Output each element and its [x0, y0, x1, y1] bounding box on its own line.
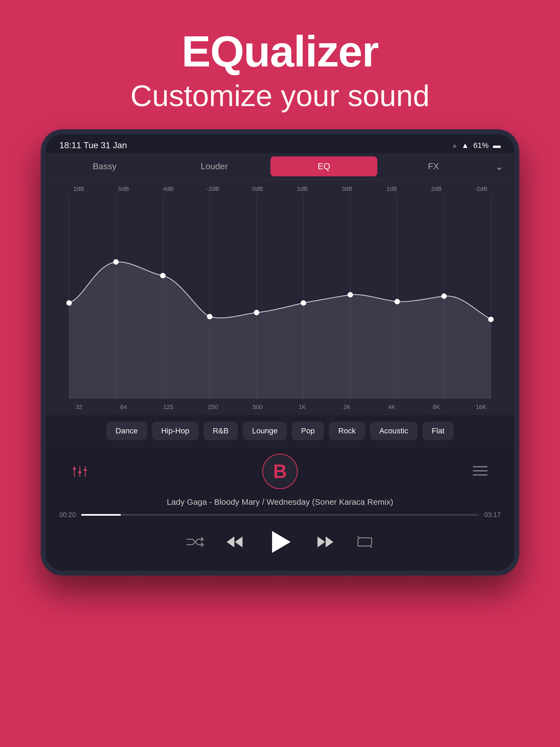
preset-flat[interactable]: Flat	[423, 422, 454, 440]
db-label-3: -2dB	[202, 185, 224, 192]
eq-point-6[interactable]	[348, 292, 353, 298]
time-total: 03:17	[484, 511, 501, 519]
play-button[interactable]	[265, 527, 295, 557]
tab-eq[interactable]: EQ	[271, 156, 377, 176]
battery-label: 61%	[473, 141, 489, 150]
player-logo-letter: B	[273, 460, 287, 482]
db-label-2: 4dB	[157, 185, 179, 192]
eq-curve-svg	[46, 180, 514, 415]
rewind-button[interactable]	[224, 534, 246, 550]
preset-dance[interactable]: Dance	[106, 422, 147, 440]
freq-label-7: 4K	[381, 404, 403, 411]
svg-marker-20	[235, 537, 243, 547]
svg-rect-11	[73, 468, 76, 470]
chevron-down-icon[interactable]: ⌄	[490, 158, 509, 175]
freq-label-0: 32	[68, 404, 90, 411]
eq-visualizer: 2dB 5dB 4dB -2dB 0dB 1dB 3dB 1dB 2dB -2d…	[46, 180, 514, 415]
eq-point-2[interactable]	[160, 273, 166, 278]
eq-point-9[interactable]	[488, 317, 493, 322]
device-screen: 18:11 Tue 31 Jan ⬦ ▲ 61% ▬ Bassy Louder …	[46, 134, 514, 571]
player-bar: B Lady Gaga - Bloody Mary / Wednesday (S…	[46, 447, 514, 571]
db-label-1: 5dB	[113, 185, 134, 192]
status-icons: ⬦ ▲ 61% ▬	[452, 141, 501, 150]
svg-marker-21	[317, 537, 325, 547]
freq-label-4: 500	[247, 404, 269, 411]
freq-label-1: 64	[113, 404, 134, 411]
header-section: EQualizer Customize your sound	[130, 0, 430, 113]
transport-controls	[46, 524, 514, 571]
preset-bar: Dance Hip-Hop R&B Lounge Pop Rock Acoust…	[46, 415, 514, 447]
svg-marker-22	[326, 537, 333, 547]
device-frame: 18:11 Tue 31 Jan ⬦ ▲ 61% ▬ Bassy Louder …	[41, 129, 519, 575]
preset-hiphop[interactable]: Hip-Hop	[152, 422, 199, 440]
db-label-8: 2dB	[426, 185, 447, 192]
fastforward-button[interactable]	[314, 534, 336, 550]
player-controls-row: B	[46, 454, 514, 495]
freq-label-9: 16K	[470, 404, 492, 411]
svg-marker-19	[227, 537, 234, 547]
status-bar: 18:11 Tue 31 Jan ⬦ ▲ 61% ▬	[46, 134, 514, 153]
freq-label-8: 8K	[426, 404, 447, 411]
eq-point-8[interactable]	[441, 293, 447, 299]
eq-point-0[interactable]	[67, 300, 72, 306]
eq-point-4[interactable]	[254, 310, 259, 315]
eq-point-5[interactable]	[301, 300, 306, 306]
progress-bar-fill	[81, 514, 121, 516]
menu-icon[interactable]	[468, 460, 492, 483]
db-label-0: 2dB	[68, 185, 90, 192]
time-current: 00:20	[59, 511, 76, 519]
eq-point-3[interactable]	[207, 314, 212, 319]
shuffle-button[interactable]	[186, 534, 205, 550]
tab-fx[interactable]: FX	[380, 156, 487, 176]
wifi-icon: ⬦	[452, 141, 457, 150]
db-label-7: 1dB	[381, 185, 403, 192]
freq-label-5: 1K	[291, 404, 313, 411]
progress-bar[interactable]	[81, 514, 479, 516]
svg-rect-15	[84, 469, 87, 471]
eq-sliders-icon[interactable]	[68, 460, 92, 482]
preset-lounge[interactable]: Lounge	[243, 422, 287, 440]
preset-rock[interactable]: Rock	[329, 422, 365, 440]
player-logo[interactable]: B	[262, 454, 298, 489]
db-label-5: 1dB	[291, 185, 313, 192]
app-title: EQualizer	[182, 27, 378, 75]
track-name: Lady Gaga - Bloody Mary / Wednesday (Son…	[167, 497, 393, 506]
db-label-6: 3dB	[336, 185, 358, 192]
preset-rnb[interactable]: R&B	[203, 422, 238, 440]
status-time: 18:11 Tue 31 Jan	[59, 140, 127, 150]
freq-label-6: 2K	[336, 404, 358, 411]
tab-louder[interactable]: Louder	[161, 156, 268, 176]
preset-acoustic[interactable]: Acoustic	[370, 422, 417, 440]
signal-icon: ▲	[461, 141, 469, 150]
freq-label-3: 250	[202, 404, 224, 411]
tab-bar: Bassy Louder EQ FX ⌄	[46, 153, 514, 180]
repeat-button[interactable]	[355, 534, 374, 550]
track-info: Lady Gaga - Bloody Mary / Wednesday (Son…	[46, 495, 514, 511]
db-label-9: -2dB	[470, 185, 492, 192]
svg-rect-13	[78, 471, 81, 473]
tab-bassy[interactable]: Bassy	[51, 156, 158, 176]
eq-point-7[interactable]	[394, 299, 400, 304]
eq-point-1[interactable]	[113, 259, 119, 265]
battery-icon: ▬	[493, 141, 501, 150]
app-subtitle: Customize your sound	[130, 78, 430, 113]
freq-label-2: 125	[157, 404, 179, 411]
preset-pop[interactable]: Pop	[292, 422, 324, 440]
progress-bar-area: 00:20 03:17	[46, 511, 514, 524]
db-label-4: 0dB	[247, 185, 269, 192]
